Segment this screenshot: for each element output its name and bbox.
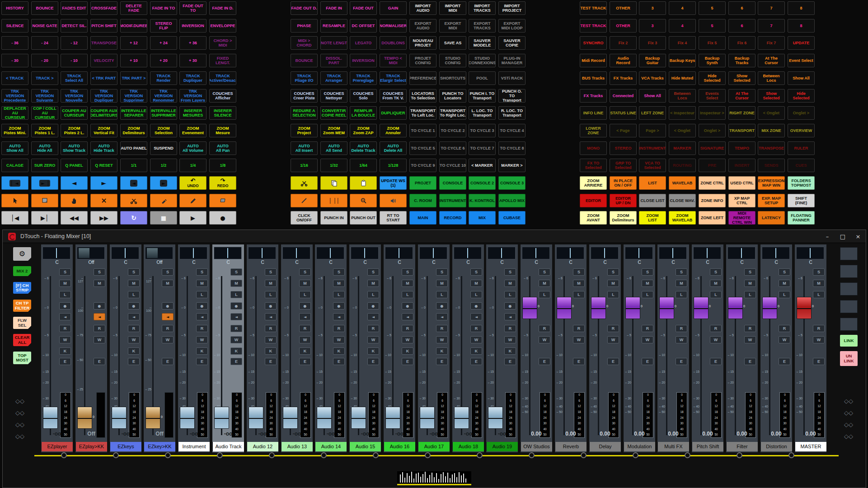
btn-4[interactable]: 4	[669, 1, 696, 15]
read-automation-button[interactable]: R	[162, 325, 174, 332]
pan-control[interactable]	[419, 247, 447, 259]
btn-tempo-midi[interactable]: TEMPO < MIDI	[380, 54, 407, 67]
mute-button[interactable]: M	[367, 280, 379, 287]
btn-track-render[interactable]: TRACKRender	[150, 71, 177, 85]
fader-handle[interactable]	[77, 407, 92, 429]
listen-button[interactable]: L	[59, 291, 71, 298]
btn-studio-connexions[interactable]: STUDIOCONNEXIONS	[469, 54, 496, 67]
write-automation-button[interactable]: W	[744, 336, 756, 343]
fader-handle[interactable]	[454, 407, 469, 429]
pan-control[interactable]	[351, 247, 379, 259]
btn-punch-o-to-transport[interactable]: PUNCH O. TOTransport	[498, 89, 525, 103]
monitor-button[interactable]: ◄	[367, 313, 379, 320]
btn-auto-panel[interactable]: AUTO PANEL	[120, 141, 147, 155]
read-automation-button[interactable]: R	[539, 325, 550, 332]
listen-button[interactable]: L	[265, 291, 277, 298]
btn-1-64[interactable]: 1/64	[350, 159, 377, 172]
btn-other[interactable]: OTHER	[610, 19, 637, 33]
scroll-knob[interactable]	[165, 452, 171, 458]
btn-zoom-project[interactable]: ZOOMProject	[291, 124, 318, 137]
btn-k-kontrol[interactable]: K. KONTROL	[469, 194, 496, 207]
mute-button[interactable]: M	[504, 280, 516, 287]
btn-backup-synth[interactable]: Backup Synth	[699, 54, 726, 67]
mute-button[interactable]: M	[539, 280, 550, 287]
pan-control[interactable]	[145, 247, 173, 259]
fader-handle[interactable]	[728, 297, 743, 319]
btn-inversion[interactable]: INVERSION	[179, 19, 206, 33]
btn-nudge-bar-left[interactable]: ▏◄	[1, 176, 28, 190]
btn-zoom-mesure[interactable]: ZOOMMesure	[209, 124, 236, 137]
btn-trk-version-from-layers[interactable]: TRK VERSIONFrom Layers	[179, 89, 206, 103]
btn-dissol-part[interactable]: DISSOL. PART	[320, 54, 347, 67]
write-automation-button[interactable]: W	[607, 336, 619, 343]
btn-close-wav[interactable]: CLOSE WAV.	[669, 194, 696, 207]
fader-handle[interactable]	[112, 407, 127, 429]
btn-redo[interactable]: ↷REDO	[209, 176, 236, 190]
monitor-button[interactable]: ◄	[230, 313, 242, 320]
btn-history[interactable]: HISTORY	[1, 1, 28, 15]
fader-handle[interactable]	[214, 407, 229, 429]
channel-k-button[interactable]: K	[59, 347, 71, 355]
btn-mix[interactable]: MIX	[469, 211, 496, 225]
write-automation-button[interactable]: W	[333, 336, 345, 343]
btn-1-4[interactable]: 1/4	[179, 159, 206, 172]
write-automation-button[interactable]: W	[813, 336, 825, 343]
read-automation-button[interactable]: R	[504, 325, 516, 332]
fader-handle[interactable]	[385, 407, 400, 429]
btn-to-cycle-7[interactable]: TO CYCLE 7	[469, 141, 496, 155]
btn-synchro[interactable]: SYNCHRO	[580, 36, 607, 50]
edit-channel-button[interactable]: E	[402, 358, 413, 365]
btn-detect-sil[interactable]: DETECT SIL.	[61, 19, 88, 33]
btn-between-locs[interactable]: Between Locs	[758, 71, 785, 85]
edit-channel-button[interactable]: E	[196, 358, 208, 365]
write-automation-button[interactable]: W	[230, 336, 242, 343]
btn-forward[interactable]: ▶▶	[90, 211, 117, 225]
btn-12[interactable]: - 12	[61, 36, 88, 50]
pan-control[interactable]	[111, 247, 139, 259]
btn-fix-3[interactable]: Fix 3	[639, 36, 666, 50]
mute-button[interactable]: M	[196, 280, 208, 287]
btn-track-arranger[interactable]: TRACKArranger	[320, 71, 347, 85]
mute-button[interactable]: M	[162, 280, 174, 287]
btn-36[interactable]: - 36	[1, 36, 28, 50]
btn-mono[interactable]: MONO	[580, 141, 607, 155]
solo-button[interactable]: S	[539, 268, 550, 276]
listen-button[interactable]: L	[128, 291, 140, 298]
btn-10[interactable]: - 10	[61, 54, 88, 67]
read-automation-button[interactable]: R	[333, 325, 345, 332]
btn-fixed-lengt[interactable]: FIXED LENGT.	[209, 54, 236, 67]
scroll-knob[interactable]	[61, 452, 67, 458]
btn-grp-to-selected[interactable]: GRP TOSelected	[610, 159, 637, 172]
solo-button[interactable]: S	[436, 268, 448, 276]
btn-left-zone[interactable]: LEFT ZONE	[639, 106, 666, 120]
btn-export-audio[interactable]: EXPORTAUDIO	[409, 19, 436, 33]
btn-to-cycle-1[interactable]: TO CYCLE 1	[409, 124, 436, 137]
btn-inversion[interactable]: INVERSION	[350, 54, 377, 67]
btn-floating-panner[interactable]: FLOATINGPANNER	[788, 211, 815, 225]
listen-button[interactable]: L	[779, 291, 790, 298]
btn-10[interactable]: + 10	[120, 54, 147, 67]
right-slot-button[interactable]	[840, 300, 858, 313]
maximize-icon[interactable]: □	[835, 233, 850, 240]
solo-button[interactable]: S	[162, 268, 174, 276]
solo-button[interactable]: S	[779, 268, 790, 276]
btn-track-dupliquer[interactable]: TRACKDupliquer	[179, 71, 206, 85]
listen-button[interactable]: L	[744, 291, 756, 298]
write-automation-button[interactable]: W	[265, 336, 277, 343]
btn-backup-tracks[interactable]: Backup Tracks	[728, 54, 755, 67]
track-name-label[interactable]: Distortion	[760, 442, 792, 451]
channel-k-button[interactable]: K	[265, 347, 277, 355]
record-arm-button[interactable]: ●	[94, 302, 105, 310]
btn-zoom-delimiteurs[interactable]: ZOOMDelimiteurs	[120, 124, 147, 137]
btn-backup-keys[interactable]: Backup Keys	[669, 54, 696, 67]
read-automation-button[interactable]: R	[642, 325, 653, 332]
btn-zoom-vertical-fit[interactable]: ZOOMVertical Fit	[90, 124, 117, 137]
btn-trim[interactable]: │ ││	[320, 194, 347, 207]
mute-button[interactable]: M	[402, 280, 413, 287]
btn-12[interactable]: + 12	[120, 36, 147, 50]
scroll-knob[interactable]	[477, 452, 483, 458]
edit-channel-button[interactable]: E	[642, 358, 653, 365]
record-arm-button[interactable]: ●	[504, 302, 516, 310]
scroll-knob[interactable]	[737, 452, 742, 458]
btn-trk-version-suivante[interactable]: TRK VERSIONSuivante	[31, 89, 58, 103]
